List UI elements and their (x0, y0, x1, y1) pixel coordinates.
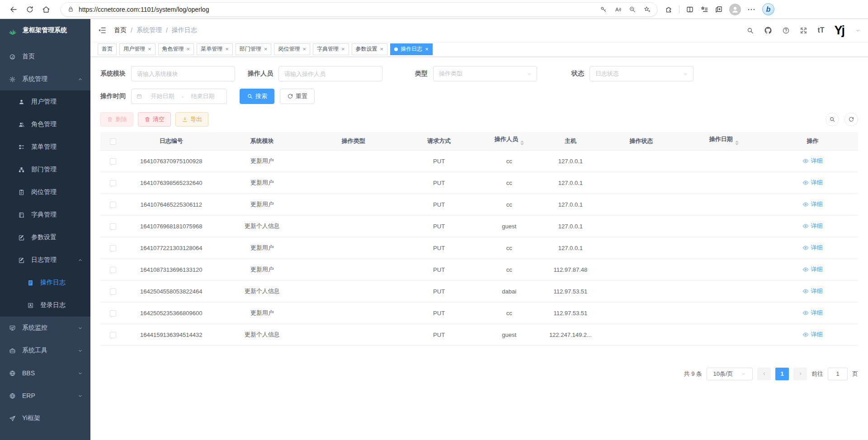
profile-avatar[interactable] (729, 4, 741, 15)
split-screen-icon[interactable] (686, 5, 694, 14)
row-checkbox[interactable] (110, 332, 116, 338)
table-search-toggle-button[interactable] (826, 113, 839, 126)
user-menu-caret[interactable] (855, 28, 861, 33)
zoom-out-icon[interactable] (629, 6, 636, 13)
sidebar-item-erp[interactable]: ERP (0, 384, 90, 407)
row-checkbox[interactable] (110, 245, 116, 251)
tab-role[interactable]: 角色管理× (158, 43, 194, 55)
sidebar-item-dict[interactable]: 字典管理 (0, 203, 90, 226)
sidebar-item-user[interactable]: 用户管理 (0, 90, 90, 113)
sidebar-item-loginlog[interactable]: 登录日志 (0, 294, 90, 317)
row-checkbox[interactable] (110, 223, 116, 230)
tab-operlog[interactable]: 操作日志× (390, 43, 433, 55)
detail-link[interactable]: 详细 (802, 309, 822, 317)
help-button[interactable] (782, 27, 790, 34)
delete-button[interactable]: 删除 (100, 112, 133, 127)
row-checkbox[interactable] (110, 158, 116, 165)
table-refresh-button[interactable] (844, 113, 858, 126)
sidebar-item-log[interactable]: 日志管理 (0, 249, 90, 271)
next-page-button[interactable] (793, 368, 807, 380)
browser-back-button[interactable] (5, 2, 22, 17)
tab-home[interactable]: 首页 (98, 43, 117, 55)
sidebar-item-system[interactable]: 系统管理 (0, 68, 90, 90)
select-all-checkbox[interactable] (110, 138, 116, 145)
close-icon[interactable]: × (187, 46, 190, 52)
close-icon[interactable]: × (341, 46, 345, 52)
status-select[interactable]: 日志状态 (590, 66, 693, 81)
export-button[interactable]: 导出 (175, 112, 208, 127)
col-date[interactable]: 操作日期 (681, 132, 767, 150)
close-icon[interactable]: × (148, 46, 151, 52)
row-checkbox[interactable] (110, 267, 116, 273)
tab-post[interactable]: 岗位管理× (274, 43, 310, 55)
browser-menu-icon[interactable]: ⋯ (747, 5, 756, 14)
row-checkbox[interactable] (110, 202, 116, 208)
sidebar-item-operlog[interactable]: 操作日志 (0, 271, 90, 294)
col-operator[interactable]: 操作人员 (479, 132, 539, 150)
close-icon[interactable]: × (302, 46, 306, 52)
sidebar-item-menu[interactable]: 菜单管理 (0, 136, 90, 158)
current-page-button[interactable]: 1 (775, 368, 789, 380)
sidebar-item-dept[interactable]: 部门管理 (0, 158, 90, 181)
sidebar-item-yi[interactable]: Yi框架 (0, 407, 90, 430)
close-icon[interactable]: × (225, 46, 229, 52)
sidebar-item-tools[interactable]: 系统工具 (0, 339, 90, 362)
extensions-icon[interactable] (665, 5, 673, 14)
clear-button[interactable]: 清空 (138, 112, 171, 127)
detail-link[interactable]: 详细 (802, 331, 822, 339)
row-checkbox[interactable] (110, 180, 116, 186)
search-button[interactable]: 搜索 (240, 89, 274, 104)
sidebar-toggle-button[interactable] (90, 19, 114, 42)
goto-page-input[interactable] (828, 368, 848, 380)
breadcrumb-home[interactable]: 首页 (114, 26, 127, 34)
collections-icon[interactable] (715, 5, 723, 14)
app-logo-area[interactable]: 意框架管理系统 (0, 19, 90, 42)
github-link[interactable] (764, 26, 772, 34)
url-text[interactable]: https://ccnetcore.com:1101/system/log/op… (79, 6, 600, 13)
browser-refresh-button[interactable] (22, 2, 38, 17)
row-checkbox[interactable] (110, 310, 116, 317)
detail-link[interactable]: 详细 (802, 265, 822, 274)
detail-link[interactable]: 详细 (802, 287, 822, 295)
page-size-select[interactable]: 10条/页 (707, 368, 753, 380)
detail-link[interactable]: 详细 (802, 222, 822, 230)
reset-button[interactable]: 重置 (280, 89, 315, 104)
font-size-button[interactable]: tT (817, 26, 824, 34)
read-aloud-icon[interactable] (614, 6, 622, 13)
operator-input[interactable] (278, 66, 382, 81)
tab-dict[interactable]: 字典管理× (313, 43, 349, 55)
module-input[interactable] (131, 66, 235, 81)
sort-icons[interactable] (735, 139, 739, 147)
header-search-button[interactable] (746, 27, 754, 34)
tab-menu[interactable]: 菜单管理× (197, 43, 233, 55)
detail-link[interactable]: 详细 (802, 244, 822, 252)
prev-page-button[interactable] (757, 368, 771, 380)
close-icon[interactable]: × (425, 46, 429, 52)
sidebar-item-monitor[interactable]: 系统监控 (0, 317, 90, 339)
detail-link[interactable]: 详细 (802, 200, 822, 208)
close-icon[interactable]: × (264, 46, 268, 52)
detail-link[interactable]: 详细 (802, 179, 822, 187)
add-favorite-icon[interactable] (643, 6, 651, 13)
password-key-icon[interactable] (600, 6, 607, 13)
sort-icons[interactable] (520, 139, 524, 147)
sidebar-item-post[interactable]: 岗位管理 (0, 181, 90, 203)
close-icon[interactable]: × (380, 46, 384, 52)
tab-dept[interactable]: 部门管理× (236, 43, 272, 55)
tab-param[interactable]: 参数设置× (352, 43, 388, 55)
browser-home-button[interactable] (38, 2, 54, 17)
favorites-icon[interactable] (700, 5, 708, 14)
address-bar[interactable]: https://ccnetcore.com:1101/system/log/op… (61, 2, 657, 17)
row-checkbox[interactable] (110, 289, 116, 295)
sidebar-item-param[interactable]: 参数设置 (0, 226, 90, 249)
tab-user[interactable]: 用户管理× (119, 43, 156, 55)
sidebar-item-bbs[interactable]: BBS (0, 362, 90, 384)
detail-link[interactable]: 详细 (802, 157, 822, 165)
type-select[interactable]: 操作类型 (433, 66, 537, 81)
fullscreen-button[interactable] (800, 27, 807, 34)
sidebar-item-home[interactable]: 首页 (0, 45, 90, 68)
date-range-picker[interactable]: 开始日期 - 结束日期 (131, 89, 227, 104)
bing-chat-button[interactable]: b (762, 3, 774, 15)
user-logo[interactable]: Yj (834, 24, 844, 37)
sidebar-item-role[interactable]: 角色管理 (0, 113, 90, 136)
